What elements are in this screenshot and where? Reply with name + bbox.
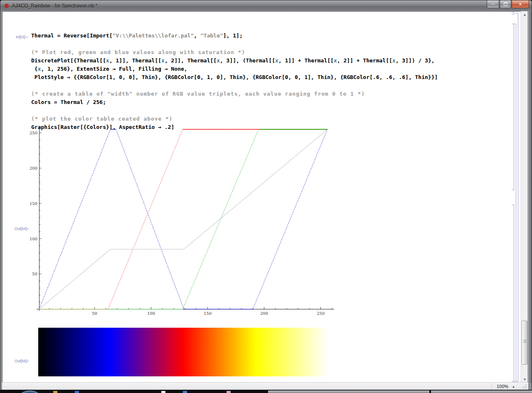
discrete-plot-output: 50 100 150 200 250 50 100 150 200 250 xyxy=(22,125,343,320)
mathematica-icon: ✺ xyxy=(4,3,9,9)
comment-create-table[interactable]: (* create a table of "width" number of R… xyxy=(31,91,365,97)
minimize-button[interactable]: — xyxy=(487,0,499,8)
taskbar-icon[interactable] xyxy=(183,391,187,393)
resize-grip[interactable] xyxy=(522,383,527,388)
in-label: In[53]:= xyxy=(16,35,28,39)
taskbar-icon[interactable] xyxy=(227,391,231,393)
color-gradient-bar xyxy=(38,328,328,376)
code-line-thermal-import[interactable]: Thermal = Reverse[Import["V:\\Palettes\\… xyxy=(31,32,243,39)
y-tick-label: 50 xyxy=(32,272,37,276)
title-bar[interactable]: ✺ AJ4CO_Rainbow - for Spectravue.nb * — … xyxy=(0,0,532,11)
window-controls: — ✕ xyxy=(486,0,529,8)
taskbar-icon[interactable] xyxy=(53,391,57,393)
start-orb[interactable] xyxy=(18,391,42,393)
close-button[interactable]: ✕ xyxy=(512,0,529,8)
zoom-widget[interactable]: 100% ▲ xyxy=(497,383,515,390)
vertical-scrollbar[interactable]: ▲ ▼ xyxy=(521,11,528,383)
code-line-plotstyle[interactable]: PlotStyle → {{RGBColor[1, 0, 0], Thin}, … xyxy=(31,74,438,80)
window-title: AJ4CO_Rainbow - for Spectravue.nb * xyxy=(12,3,97,9)
cell-bracket-stub[interactable] xyxy=(512,12,514,15)
status-divider xyxy=(491,383,492,389)
x-tick-label: 150 xyxy=(204,311,212,316)
zoom-menu-arrow-icon[interactable]: ▲ xyxy=(512,385,515,388)
y-tick-label: 200 xyxy=(30,166,37,171)
mathematica-window: ✺ AJ4CO_Rainbow - for Spectravue.nb * — … xyxy=(0,0,532,390)
x-tick-label: 200 xyxy=(260,311,268,316)
code-line-plot-range[interactable]: {x, 1, 256}, ExtentSize → Full, Filling … xyxy=(31,66,187,72)
restore-icon xyxy=(504,2,507,6)
x-tick-label: 50 xyxy=(92,311,97,316)
taskbar-icon[interactable] xyxy=(75,391,79,393)
restore-button[interactable] xyxy=(500,0,511,8)
scrollbar-thumb[interactable] xyxy=(522,321,527,365)
taskbar-window-button[interactable] xyxy=(431,391,532,393)
y-tick-label: 100 xyxy=(30,237,37,241)
window-frame-right xyxy=(527,11,532,383)
comment-plot-rgb[interactable]: (* Plot red, green and blue values along… xyxy=(31,49,245,55)
cell-bracket-input-group[interactable] xyxy=(512,24,514,190)
code-line-colors[interactable]: Colors = Thermal / 256; xyxy=(31,99,106,105)
comment-plot-colortable[interactable]: (* plot the color table ceated above *) xyxy=(31,116,172,122)
scroll-down-icon: ▼ xyxy=(523,378,527,381)
zoom-level: 100% xyxy=(497,384,508,389)
x-tick-label: 100 xyxy=(147,311,155,316)
out56-label: Out[56]= xyxy=(15,359,29,363)
minimize-icon: — xyxy=(491,2,495,7)
x-tick-label: 250 xyxy=(317,311,325,316)
y-tick-label: 150 xyxy=(30,201,37,206)
taskbar-window-button[interactable] xyxy=(268,391,429,393)
scroll-up-icon: ▲ xyxy=(523,13,527,17)
cell-bracket-output-group[interactable] xyxy=(512,205,514,382)
taskbar[interactable] xyxy=(0,390,532,393)
plot-curves xyxy=(39,129,332,309)
code-line-discreteplot[interactable]: DiscretePlot[{Thermal[[x, 1]], Thermal[[… xyxy=(31,57,435,64)
status-bar: 100% ▲ xyxy=(2,382,528,390)
close-icon: ✕ xyxy=(519,2,522,7)
y-tick-label: 250 xyxy=(30,131,37,135)
notebook-content[interactable]: In[53]:= Thermal = Reverse[Import["V:\\P… xyxy=(2,11,521,383)
taskbar-icon[interactable] xyxy=(161,391,165,393)
